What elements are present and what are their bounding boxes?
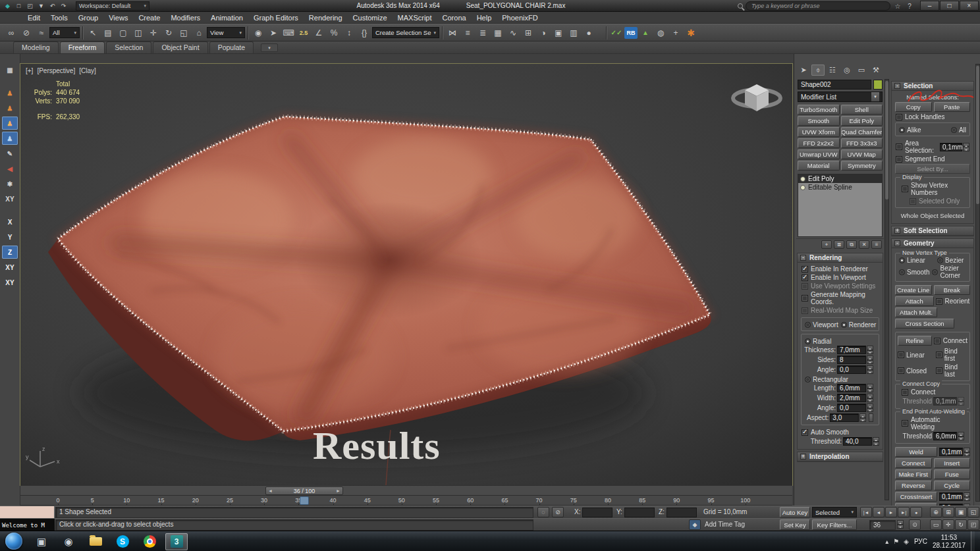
select-link-icon[interactable]: ∞: [4, 26, 18, 40]
layer-manager-icon[interactable]: ≣: [476, 26, 490, 40]
modifier-set-button[interactable]: Symmetry: [841, 161, 883, 171]
curve-editor-icon[interactable]: ∿: [506, 26, 520, 40]
minimize-button[interactable]: –: [920, 1, 939, 11]
phoenixfd-icon[interactable]: ✱: [684, 26, 698, 40]
time-configuration-button[interactable]: ⊙: [909, 519, 921, 530]
panel-scrollbar[interactable]: [885, 79, 889, 500]
search-star-icon[interactable]: ☆: [893, 3, 902, 10]
select-object-icon[interactable]: ↖: [86, 26, 100, 40]
value-spinner[interactable]: 40,0: [843, 437, 879, 446]
unlink-icon[interactable]: ⊘: [19, 26, 34, 40]
timeline-tick[interactable]: 5: [84, 496, 101, 506]
linear-checkbox[interactable]: Linear: [898, 352, 933, 359]
clock[interactable]: 11:53 28.12.2017: [933, 534, 966, 550]
material-editor-icon[interactable]: ◑: [536, 26, 551, 40]
taskbar-folder-icon[interactable]: [84, 533, 107, 550]
bind-last-checkbox[interactable]: Bind last: [936, 363, 967, 378]
modifier-set-button[interactable]: Smooth: [798, 116, 840, 126]
named-sets-icon[interactable]: {}: [357, 26, 371, 40]
render-setup-icon[interactable]: ▣: [551, 26, 566, 40]
all-radio[interactable]: All: [951, 126, 966, 134]
pivot-center-icon[interactable]: ◉: [251, 26, 265, 40]
select-manipulate-icon[interactable]: ➤: [266, 26, 281, 40]
play-button[interactable]: ►: [885, 507, 897, 517]
lock-handles-checkbox[interactable]: Lock Handles: [892, 113, 973, 121]
time-slider[interactable]: ◄ 36 / 100 ►: [265, 486, 343, 495]
auto-smooth-checkbox[interactable]: Auto Smooth: [798, 428, 883, 436]
help-icon[interactable]: ?: [905, 3, 914, 10]
value-spinner[interactable]: 6,0mm: [933, 432, 964, 440]
cycle-button[interactable]: Cycle: [934, 481, 971, 490]
menu-tools[interactable]: Tools: [45, 13, 73, 22]
menu-phoenixfd[interactable]: PhoenixFD: [497, 13, 543, 22]
rendering-rollout-header[interactable]: - Rendering: [798, 253, 883, 263]
modifier-set-button[interactable]: FFD 3x3x3: [841, 138, 883, 148]
refine-button[interactable]: Refine: [898, 336, 932, 346]
set-key-button[interactable]: Set Key: [780, 519, 810, 530]
auto-key-button[interactable]: Auto Key: [780, 507, 810, 517]
timeline-tick[interactable]: 95: [703, 496, 720, 506]
track-bar[interactable]: 0510152025303540455055606570758085909510…: [20, 495, 792, 506]
selection-filter-dropdown[interactable]: All: [49, 27, 80, 38]
geometry-rollout-header[interactable]: - Geometry: [892, 239, 973, 248]
renderer-radio[interactable]: Renderer: [841, 321, 877, 328]
pin-stack-icon[interactable]: ⌖: [821, 240, 832, 249]
automatic-welding-checkbox[interactable]: Automatic Welding: [898, 415, 967, 431]
hierarchy-tab-icon[interactable]: ☷: [826, 65, 839, 76]
next-frame-arrow[interactable]: ►: [336, 488, 340, 493]
connect-copy-checkbox[interactable]: Connect: [898, 388, 967, 396]
mirror-icon[interactable]: ⋈: [445, 26, 460, 40]
area-selection-checkbox[interactable]: Area Selection: 0,1mm: [892, 139, 973, 155]
collapse-icon[interactable]: -: [894, 240, 900, 246]
zoom-extents-all-icon[interactable]: ◱: [967, 507, 979, 517]
current-frame-field[interactable]: 36: [873, 519, 881, 531]
time-slider-track[interactable]: ◄ 36 / 100 ►: [20, 485, 792, 495]
select-move-icon[interactable]: ✛: [146, 26, 161, 40]
viewport-radio[interactable]: Viewport: [805, 321, 838, 328]
rectangular-radio[interactable]: Rectangular: [805, 376, 848, 383]
tray-volume-icon[interactable]: ◈: [904, 538, 909, 545]
menu-customize[interactable]: Customize: [348, 13, 393, 22]
make-first-button[interactable]: Make First: [895, 469, 932, 479]
radial-spinner-row[interactable]: Angle:0,0: [803, 365, 877, 375]
rendering-checkbox[interactable]: Enable In Viewport: [798, 273, 883, 282]
time-slider-playhead[interactable]: [300, 496, 309, 505]
tab-selection[interactable]: Selection: [106, 41, 151, 53]
modifier-list-dropdown[interactable]: Modifier List: [798, 92, 883, 102]
smooth-threshold-row[interactable]: Threshold:40,0: [798, 436, 883, 446]
timeline-tick[interactable]: 90: [668, 496, 685, 506]
timeline-tick[interactable]: 55: [427, 496, 445, 506]
constraint-xy-icon[interactable]: XY: [2, 261, 18, 274]
timeline-tick[interactable]: 30: [256, 496, 273, 506]
menu-group[interactable]: Group: [73, 13, 104, 22]
configure-sets-icon[interactable]: ≡: [871, 240, 882, 249]
maximize-button[interactable]: □: [940, 1, 959, 11]
show-vertex-numbers-checkbox[interactable]: Show Vertex Numbers: [898, 181, 967, 197]
value-spinner[interactable]: 7,0mm: [837, 346, 873, 354]
modifier-set-button[interactable]: FFD 2x2x2: [798, 138, 840, 148]
attach-mult-button[interactable]: Attach Mult.: [895, 307, 937, 317]
crossinsert-spinner[interactable]: 0,1mm: [939, 492, 970, 501]
graphite-toggle-icon[interactable]: ▦: [491, 26, 505, 40]
utilities-tab-icon[interactable]: ⚒: [869, 65, 883, 76]
character-tool-icon-4[interactable]: ♟: [2, 132, 18, 145]
stack-item-editable-spline[interactable]: Editable Spline: [798, 183, 882, 192]
workspace-dropdown[interactable]: Workspace: Default: [76, 1, 150, 11]
visibility-bulb-icon[interactable]: [800, 176, 805, 182]
show-desktop-button[interactable]: [971, 531, 975, 551]
constraint-x-icon[interactable]: X: [2, 215, 18, 228]
viewport[interactable]: x y z [+] [Perspective] [Clay] Total Pol…: [20, 64, 792, 485]
viewport-menu-shading[interactable]: [Clay]: [79, 67, 96, 74]
closed-checkbox[interactable]: Closed: [898, 367, 933, 375]
timeline-tick[interactable]: 0: [49, 496, 67, 506]
display-tab-icon[interactable]: ▭: [855, 65, 868, 76]
rectangular-spinner-row[interactable]: Aspect:3,0: [803, 413, 877, 423]
key-mode-button[interactable]: ●: [910, 507, 922, 517]
refine-connect-checkbox[interactable]: Connect: [934, 337, 967, 344]
x-coordinate-field[interactable]: [582, 508, 612, 517]
rectangular-spinner-row[interactable]: Angle:0,0: [803, 403, 877, 413]
value-spinner[interactable]: 8: [837, 355, 873, 364]
tab-modeling[interactable]: Modeling: [13, 41, 59, 53]
start-button[interactable]: [5, 533, 22, 550]
select-rotate-icon[interactable]: ↻: [161, 26, 176, 40]
